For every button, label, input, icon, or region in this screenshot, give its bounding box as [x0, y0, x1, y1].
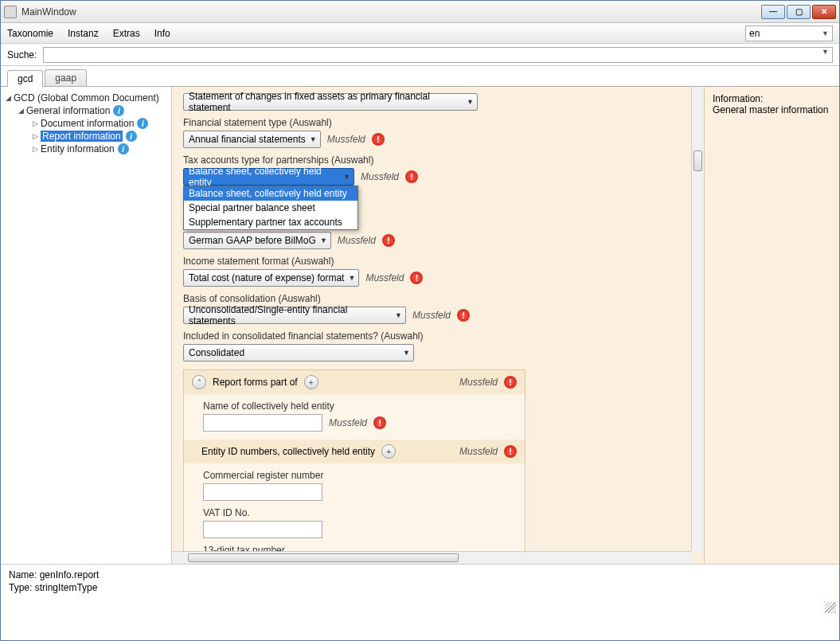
gaap-select[interactable]: German GAAP before BilMoG▼ — [183, 232, 331, 249]
chevron-down-icon: ▼ — [343, 173, 350, 181]
info-icon: i — [137, 118, 148, 129]
menu-taxonomie[interactable]: Taxonomie — [7, 28, 53, 39]
form-scroll: Statement of changes in fixed assets as … — [172, 87, 691, 551]
status-type-value: stringItemType — [35, 582, 98, 593]
included-label: Included in consolidated financial state… — [183, 330, 680, 342]
dropdown-option[interactable]: Supplementary partner tax accounts — [184, 215, 357, 229]
status-name-value: genInfo.report — [40, 569, 100, 580]
consolidation-label: Basis of consolidation (Auswahl) — [183, 293, 680, 304]
info-text: General master information — [713, 104, 831, 115]
mussfeld-label: Mussfeld — [365, 272, 404, 283]
info-icon: i — [126, 131, 137, 142]
tree-document-info[interactable]: ▷Document informationi — [4, 117, 168, 130]
menu-extras[interactable]: Extras — [113, 28, 140, 39]
tax-accounts-select[interactable]: Balance sheet, collectively held entity▼ — [183, 168, 354, 186]
tabstrip: gcd gaap — [1, 66, 839, 86]
menu-instanz[interactable]: Instanz — [68, 28, 99, 39]
error-icon: ! — [372, 133, 385, 146]
statusbar: Name: genInfo.report Type: stringItemTyp… — [1, 564, 839, 616]
mussfeld-label: Mussfeld — [459, 377, 498, 388]
tree-group[interactable]: ◢General informationi — [4, 104, 168, 117]
mussfeld-label: Mussfeld — [459, 446, 498, 457]
menubar: Taxonomie Instanz Extras Info en ▼ — [1, 23, 839, 44]
collapse-button[interactable]: ˄ — [192, 375, 206, 389]
fin-type-label: Financial statement type (Auswahl) — [183, 117, 680, 128]
mussfeld-label: Mussfeld — [412, 310, 451, 321]
error-icon: ! — [373, 416, 386, 429]
search-input[interactable]: ▼ — [43, 47, 833, 63]
chevron-down-icon: ▼ — [403, 349, 410, 357]
scroll-thumb[interactable] — [693, 150, 702, 171]
error-icon: ! — [457, 309, 470, 322]
minimize-button[interactable]: ― — [761, 5, 785, 19]
status-type-label: Type: — [9, 582, 32, 593]
chevron-down-icon: ▼ — [395, 311, 402, 319]
dropdown-option[interactable]: Balance sheet, collectively held entity — [184, 186, 357, 201]
vat-input[interactable] — [203, 521, 322, 538]
scroll-thumb[interactable] — [188, 553, 459, 562]
fin-type-select[interactable]: Annual financial statements▼ — [183, 131, 321, 148]
entity-ids-label: Entity ID numbers, collectively held ent… — [201, 446, 375, 457]
tree-report-info[interactable]: ▷Report informationi — [4, 130, 168, 143]
close-button[interactable]: ✕ — [812, 5, 836, 19]
maximize-button[interactable]: ▢ — [787, 5, 811, 19]
commercial-reg-input[interactable] — [203, 483, 322, 501]
chevron-down-icon: ▼ — [822, 29, 829, 37]
group-title: Report forms part of — [213, 377, 298, 388]
chevron-down-icon: ▼ — [320, 236, 327, 244]
error-icon: ! — [405, 170, 418, 183]
error-icon: ! — [504, 376, 517, 389]
horizontal-scrollbar[interactable] — [172, 551, 691, 564]
add-button[interactable]: + — [381, 444, 396, 459]
error-icon: ! — [504, 445, 517, 458]
mussfeld-label: Mussfeld — [361, 171, 399, 182]
report-forms-group: ˄ Report forms part of + Mussfeld ! Name… — [183, 369, 525, 551]
language-select[interactable]: en ▼ — [745, 25, 833, 41]
mussfeld-label: Mussfeld — [329, 417, 367, 428]
name-entity-input[interactable] — [203, 414, 322, 432]
info-icon: i — [113, 105, 124, 116]
info-heading: Information: — [713, 93, 831, 104]
commercial-reg-label: Commercial register number — [203, 470, 514, 481]
form-panel: Statement of changes in fixed assets as … — [172, 87, 704, 564]
workarea: ◢GCD (Global Common Document) ◢General i… — [1, 86, 839, 564]
tree-entity-info[interactable]: ▷Entity informationi — [4, 143, 168, 155]
chevron-down-icon: ▼ — [310, 135, 317, 143]
chevron-down-icon: ▼ — [822, 48, 829, 56]
tree-panel: ◢GCD (Global Common Document) ◢General i… — [1, 87, 172, 564]
search-label: Suche: — [7, 49, 37, 61]
app-icon — [4, 6, 17, 18]
mussfeld-label: Mussfeld — [338, 235, 376, 246]
main-window: MainWindow ― ▢ ✕ Taxonomie Instanz Extra… — [0, 0, 840, 641]
search-bar: Suche: ▼ — [1, 44, 839, 66]
statement-primary-select[interactable]: Statement of changes in fixed assets as … — [183, 93, 478, 111]
error-icon: ! — [382, 234, 395, 247]
included-select[interactable]: Consolidated▼ — [183, 344, 414, 362]
status-name-label: Name: — [9, 569, 37, 580]
window-title: MainWindow — [21, 6, 761, 18]
tab-gcd[interactable]: gcd — [7, 70, 43, 87]
chevron-down-icon: ▼ — [467, 98, 474, 106]
tax13-label: 13-digit tax number — [203, 545, 514, 551]
income-fmt-label: Income statement format (Auswahl) — [183, 256, 680, 267]
info-panel: Information: General master information — [704, 87, 839, 564]
language-value: en — [749, 28, 760, 39]
name-entity-label: Name of collectively held entity — [203, 401, 514, 412]
chevron-down-icon: ▼ — [349, 274, 356, 282]
mussfeld-label: Mussfeld — [327, 134, 365, 145]
menu-info[interactable]: Info — [154, 28, 170, 39]
dropdown-option[interactable]: Special partner balance sheet — [184, 201, 357, 215]
tax-accounts-dropdown: Balance sheet, collectively held entity … — [183, 186, 358, 230]
add-button[interactable]: + — [304, 375, 318, 389]
vertical-scrollbar[interactable] — [691, 87, 704, 551]
consolidation-select[interactable]: Unconsolidated/Single-entity financial s… — [183, 307, 406, 324]
income-fmt-select[interactable]: Total cost (nature of expense) format▼ — [183, 269, 359, 287]
window-buttons: ― ▢ ✕ — [761, 5, 836, 19]
resize-grip[interactable] — [825, 602, 836, 613]
error-icon: ! — [410, 272, 423, 284]
tab-gaap[interactable]: gaap — [45, 69, 87, 86]
vat-label: VAT ID No. — [203, 507, 514, 518]
info-icon: i — [118, 143, 129, 154]
tax-accounts-label: Tax accounts type for partnerships (Ausw… — [183, 154, 680, 166]
tree-root[interactable]: ◢GCD (Global Common Document) — [4, 92, 168, 104]
